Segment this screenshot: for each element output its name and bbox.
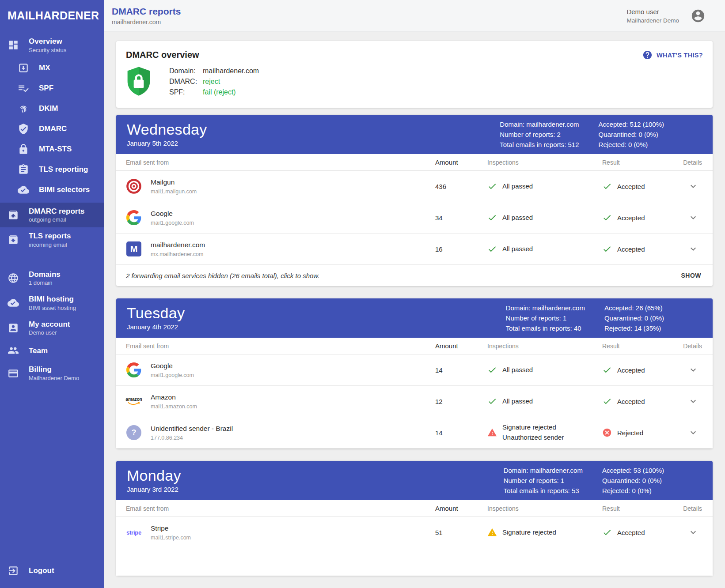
inspections-cell: Signature rejectedUnauthorized sender [487, 423, 602, 442]
overview-field: DMARC:reject [169, 78, 259, 86]
sidebar-item-my-account[interactable]: My accountDemo user [0, 316, 104, 341]
warning-icon [487, 428, 497, 437]
sidebar-item-sublabel: 1 domain [29, 279, 61, 286]
chevron-down-icon[interactable] [688, 396, 698, 407]
report-row[interactable]: stripeStripemail1.stripe.com51Signature … [116, 517, 713, 548]
sidebar-item-label: DMARC reports [29, 207, 85, 216]
col-header-amount: Amount [435, 505, 487, 512]
chevron-down-icon[interactable] [688, 244, 698, 254]
exit-icon [8, 565, 19, 577]
sender-host: 177.0.86.234 [151, 435, 233, 441]
inspections-cell: All passed [487, 365, 602, 375]
sender-name: Unidentified sender - Brazil [151, 425, 233, 433]
sender-host: mail1.mailgun.com [151, 188, 197, 195]
overview-field-label: Domain: [169, 67, 203, 75]
amount-value: 436 [435, 183, 487, 190]
content: DMARC overview WHAT'S THIS? Domain:mailh… [104, 32, 725, 588]
sidebar-item-sublabel: outgoing email [29, 216, 85, 223]
report-row[interactable]: Mmailhardener.commx.mailhardener.com16Al… [116, 234, 713, 265]
sidebar-item-billing[interactable]: BillingMailhardener Demo [0, 361, 104, 386]
dmarc-overview-card: DMARC overview WHAT'S THIS? Domain:mailh… [116, 41, 713, 108]
clipboard-icon [18, 164, 29, 175]
day-stats: Domain: mailhardener.comNumber of report… [500, 119, 664, 150]
sidebar-item-logout[interactable]: Logout [0, 558, 104, 588]
overview-field-label: DMARC: [169, 78, 203, 86]
tray-up-icon [8, 209, 19, 221]
check-icon [602, 181, 612, 191]
col-header-amount: Amount [435, 158, 487, 166]
shield-lock-icon [126, 65, 152, 97]
table-header-row: Email sent fromAmountInspectionsResultDe… [116, 500, 713, 517]
user-menu[interactable]: Demo user Mailhardener Demo [626, 8, 706, 24]
sidebar-item-label: Team [29, 347, 48, 355]
show-button[interactable]: SHOW [676, 268, 706, 283]
sidebar-item-dkim[interactable]: DKIM [0, 98, 104, 119]
sidebar-item-tls-reporting[interactable]: TLS reporting [0, 159, 104, 180]
sidebar-item-overview[interactable]: OverviewSecurity status [0, 33, 104, 58]
account-box-icon [8, 322, 19, 334]
sidebar-item-sublabel: Security status [29, 47, 66, 53]
day-name: Tuesday [127, 305, 506, 321]
lock-icon [18, 143, 29, 155]
amount-value: 51 [435, 529, 487, 536]
sidebar-item-label: DKIM [39, 104, 58, 113]
sidebar-item-bimi-selectors[interactable]: BIMI selectors [0, 180, 104, 200]
col-header-details: Details [659, 159, 703, 166]
sidebar-item-team[interactable]: Team [0, 340, 104, 361]
sidebar-item-bimi-hosting[interactable]: BIMI hostingBIMI asset hosting [0, 290, 104, 316]
fingerprint-icon [18, 103, 29, 114]
mailgun-logo-icon [126, 178, 142, 194]
sidebar-item-tls-reports[interactable]: TLS reportsincoming email [0, 227, 104, 253]
chevron-down-icon[interactable] [688, 365, 698, 375]
whats-this-label: WHAT'S THIS? [657, 52, 703, 59]
details-cell [659, 181, 703, 192]
sender-name: Google [151, 362, 194, 370]
report-row[interactable]: Mailgunmail1.mailgun.com436All passedAcc… [116, 171, 713, 202]
details-cell [659, 212, 703, 223]
sidebar-item-dmarc-reports[interactable]: DMARC reportsoutgoing email [0, 203, 104, 228]
result-text: Accepted [617, 245, 645, 253]
brand-logo: MAILHARDENER [0, 0, 104, 33]
inspection-lines: Signature rejectedUnauthorized sender [502, 423, 564, 442]
overview-field-label: SPF: [169, 88, 203, 96]
whats-this-link[interactable]: WHAT'S THIS? [642, 50, 703, 60]
help-icon [642, 50, 653, 60]
sidebar-item-label: My account [29, 320, 70, 329]
inspections-cell: All passed [487, 396, 602, 406]
sender-name: Stripe [151, 524, 191, 532]
amount-value: 14 [435, 429, 487, 437]
sidebar-item-mta-sts[interactable]: MTA-STS [0, 139, 104, 159]
overview-field-value: reject [203, 78, 220, 86]
sender-cell: amazonAmazonmail1.amazon.com [126, 393, 435, 410]
overview-field-value: mailhardener.com [203, 67, 259, 75]
report-row[interactable]: Googlemail1.google.com34All passedAccept… [116, 202, 713, 234]
sidebar-item-spf[interactable]: SPF [0, 78, 104, 98]
sender-host: mx.mailhardener.com [151, 251, 205, 257]
day-stat: Total emails in reports: 512 [500, 139, 579, 150]
report-row[interactable]: Googlemail1.google.com14All passedAccept… [116, 354, 713, 386]
report-row[interactable]: ?Unidentified sender - Brazil177.0.86.23… [116, 417, 713, 449]
amount-value: 12 [435, 398, 487, 405]
chevron-down-icon[interactable] [688, 527, 698, 538]
sidebar-item-domains[interactable]: Domains1 domain [0, 266, 104, 291]
report-row[interactable]: amazonAmazonmail1.amazon.com12All passed… [116, 386, 713, 417]
col-header-email-sent-from: Email sent from [126, 159, 435, 166]
inspection-text: All passed [502, 366, 533, 374]
chevron-down-icon[interactable] [688, 181, 698, 192]
inspection-text: All passed [502, 214, 533, 222]
day-stat: Rejected: 0 (0%) [599, 139, 664, 150]
sidebar-item-dmarc[interactable]: DMARC [0, 119, 104, 139]
avatar-icon[interactable] [691, 8, 706, 23]
google-logo-icon [126, 210, 142, 225]
people-icon [8, 345, 19, 356]
day-date: January 3rd 2022 [127, 486, 504, 493]
day-header: MondayJanuary 3rd 2022Domain: mailharden… [116, 461, 713, 500]
chevron-down-icon[interactable] [688, 212, 698, 223]
day-stats: Domain: mailhardener.comNumber of report… [506, 303, 664, 333]
sender-name: Google [151, 210, 194, 218]
sidebar-item-mx[interactable]: MX [0, 58, 104, 78]
inspection-lines: Signature rejected [502, 528, 556, 537]
overview-body: Domain:mailhardener.comDMARC:rejectSPF:f… [126, 65, 703, 97]
hidden-services-footer: 2 forwarding email services hidden (26 e… [116, 265, 713, 286]
chevron-down-icon[interactable] [688, 427, 698, 438]
